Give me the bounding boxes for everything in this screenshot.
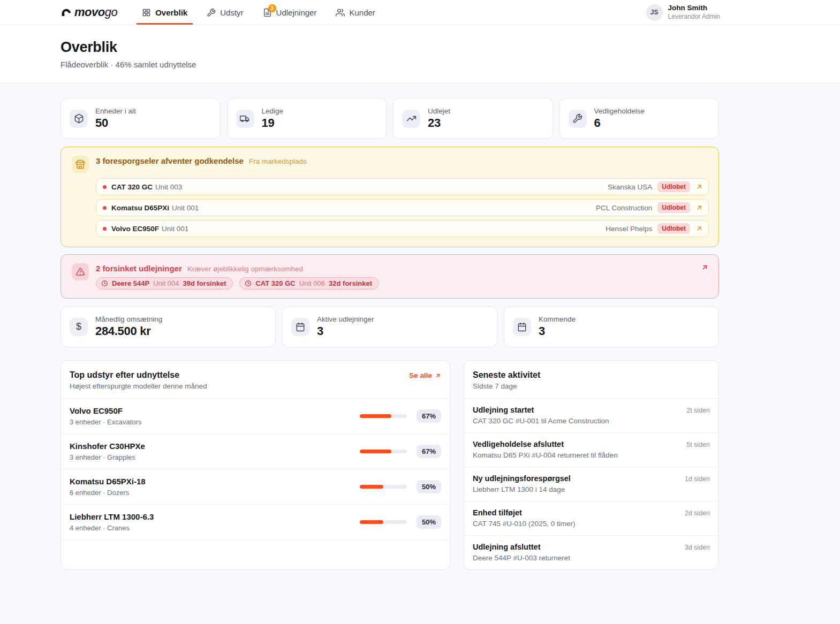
unit-label: Unit 003	[155, 183, 182, 191]
utilization-pct: 67%	[417, 409, 441, 423]
stats-row-1: Enheder i alt 50 Ledige 19	[60, 98, 719, 139]
pending-request-row[interactable]: Komatsu D65PXi Unit 001 PCL Construction…	[96, 199, 709, 216]
package-icon	[70, 110, 88, 128]
wrench-icon	[569, 110, 587, 128]
stat-value: 23	[428, 116, 450, 130]
overdue-subtitle: Kræver øjeblikkelig opmærksomhed	[187, 265, 303, 273]
utilization-bar	[360, 450, 407, 453]
equipment-row: Volvo EC950F 3 enheder · Excavators 67%	[61, 399, 450, 434]
clock-icon	[101, 280, 108, 287]
arrow-up-right-icon[interactable]	[695, 183, 703, 191]
unit-label: Unit 001	[172, 204, 199, 212]
activity-detail: CAT 320 GC #U-001 til Acme Construction	[473, 417, 710, 425]
users-icon	[336, 8, 345, 17]
activity-detail: Liebherr LTM 1300 i 14 dage	[473, 485, 710, 493]
company-name: PCL Construction	[596, 204, 652, 212]
stat-value: 3	[317, 324, 374, 338]
activity-title: Udlejning afsluttet	[473, 543, 540, 551]
tab-overblik[interactable]: Overblik	[142, 0, 187, 25]
activity-time: 1d siden	[685, 475, 710, 483]
tab-label: Overblik	[155, 8, 187, 17]
delay-label: 39d forsinket	[183, 279, 226, 287]
expired-badge: Udlobet	[657, 202, 690, 213]
unit-label: Unit 001	[162, 225, 188, 233]
equipment-name: Volvo EC950F	[70, 406, 141, 415]
panel-subtitle: Sidste 7 dage	[473, 382, 540, 390]
arrow-up-right-icon[interactable]	[695, 225, 703, 232]
calendar-icon	[291, 318, 309, 336]
arrow-up-right-icon[interactable]	[701, 263, 709, 271]
company-name: Skanska USA	[608, 183, 652, 191]
panel-title: Top udstyr efter udnyttelse	[70, 370, 207, 380]
equipment-name: CAT 320 GC	[111, 183, 153, 191]
activity-detail: Komatsu D65 PXi #U-004 returneret til fl…	[473, 451, 710, 459]
tab-kunder[interactable]: Kunder	[336, 0, 375, 25]
truck-icon	[236, 110, 254, 128]
utilization-pct: 67%	[417, 445, 441, 458]
unit-label: Unit 004	[153, 279, 179, 287]
activity-time: 5t siden	[686, 441, 710, 448]
overdue-item-pill: Deere 544P Unit 004 39d forsinket	[96, 277, 233, 290]
activity-row: Enhed tilføjet 2d siden CAT 745 #U-010 (…	[464, 501, 718, 536]
status-dot	[103, 227, 107, 231]
equipment-name: Komatsu D65PXi	[111, 204, 169, 212]
utilization-pct: 50%	[417, 515, 441, 529]
wrench-icon	[207, 8, 216, 17]
company-name: Hensel Phelps	[606, 225, 652, 233]
equipment-row: Komatsu D65PXi-18 6 enheder · Dozers 50%	[61, 469, 450, 505]
stat-card-enheder-i-alt: Enheder i alt 50	[60, 98, 221, 139]
top-equipment-panel: Top udstyr efter udnyttelse Højest efter…	[60, 360, 450, 570]
tab-label: Udstyr	[220, 8, 243, 17]
overdue-rentals-alert: 2 forsinket udlejninger Kræver øjeblikke…	[60, 254, 719, 299]
document-icon: 3	[263, 8, 272, 17]
brand-logo[interactable]: movogo	[60, 5, 117, 19]
brand-logo-text: movogo	[74, 5, 117, 19]
status-dot	[103, 185, 107, 189]
equipment-name: Volvo EC950F	[111, 225, 159, 233]
page-subtitle: Flådeoverblik · 46% samlet udnyttelse	[60, 60, 840, 69]
stat-card-ledige: Ledige 19	[227, 98, 387, 139]
utilization-bar	[360, 485, 407, 489]
arrow-up-right-icon[interactable]	[695, 204, 703, 211]
tab-udstyr[interactable]: Udstyr	[207, 0, 243, 25]
main-tabs: Overblik Udstyr 3 Udlejning	[142, 0, 375, 25]
tab-udlejninger[interactable]: 3 Udlejninger	[263, 0, 317, 25]
equipment-name: CAT 320 GC	[255, 279, 295, 287]
status-dot	[103, 206, 107, 210]
utilization-bar	[360, 414, 407, 418]
stat-card-aktive-udlejninger: Aktive udlejninger 3	[282, 306, 497, 347]
delay-label: 32d forsinket	[329, 279, 372, 287]
page-header: Overblik Flådeoverblik · 46% samlet udny…	[0, 25, 840, 83]
stat-value: 3	[539, 324, 576, 338]
brand-logo-icon	[60, 7, 71, 18]
activity-title: Vedligeholdelse afsluttet	[473, 440, 564, 448]
stat-card-vedligeholdelse: Vedligeholdelse 6	[559, 98, 720, 139]
user-menu[interactable]: JS John Smith Leverandor Admin	[646, 4, 720, 21]
stat-value: 50	[95, 116, 136, 130]
stat-label: Udlejet	[428, 107, 450, 115]
overdue-item-pill: CAT 320 GC Unit 006 32d forsinket	[239, 277, 379, 290]
equipment-name: Liebherr LTM 1300-6.3	[70, 512, 154, 521]
activity-detail: CAT 745 #U-010 (2025, 0 timer)	[473, 520, 710, 528]
panel-subtitle: Højest efterspurgte modeller denne måned	[70, 382, 207, 390]
pending-request-row[interactable]: Volvo EC950F Unit 001 Hensel Phelps Udlo…	[96, 220, 709, 237]
stat-card-udlejet: Udlejet 23	[393, 98, 553, 139]
pending-request-row[interactable]: CAT 320 GC Unit 003 Skanska USA Udlobet	[96, 178, 709, 195]
activity-detail: Deere 544P #U-003 returneret	[473, 554, 710, 562]
grid-icon	[142, 8, 151, 17]
unit-label: Unit 006	[299, 279, 325, 287]
pending-requests-subtitle: Fra markedsplads	[249, 157, 307, 165]
activity-title: Enhed tilføjet	[473, 508, 522, 517]
activity-time: 2d siden	[685, 509, 710, 517]
stats-row-2: $ Månedlig omsætning 284.500 kr Aktive u…	[60, 306, 719, 347]
stat-label: Ledige	[262, 107, 284, 115]
user-role: Leverandor Admin	[668, 13, 720, 21]
stat-label: Kommende	[539, 315, 576, 323]
activity-row: Ny udlejningsforespørgsel 1d siden Liebh…	[464, 467, 718, 501]
activity-row: Udlejning startet 2t siden CAT 320 GC #U…	[464, 399, 718, 433]
utilization-pct: 50%	[417, 480, 441, 493]
see-all-link[interactable]: Se alle	[409, 370, 441, 379]
equipment-row: Kinshofer C30HPXe 3 enheder · Grapples 6…	[61, 434, 450, 469]
store-icon	[72, 156, 89, 173]
tab-label: Udlejninger	[276, 8, 317, 17]
